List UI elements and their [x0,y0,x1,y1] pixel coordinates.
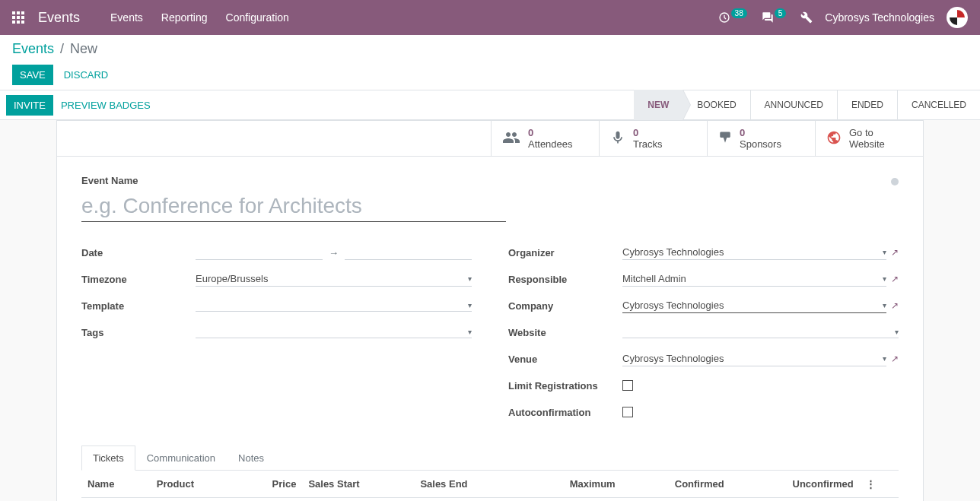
breadcrumb-root[interactable]: Events [12,41,54,57]
responsible-external-icon[interactable]: ↗ [891,274,899,284]
menu-reporting[interactable]: Reporting [161,11,208,24]
autoconf-checkbox[interactable] [622,407,633,417]
responsible-value: Mitchell Admin [622,273,686,284]
date-label: Date [81,247,196,258]
tracks-label: Tracks [633,138,663,150]
caret-down-icon: ▾ [468,301,472,309]
limit-label: Limit Registrations [508,380,622,392]
user-menu[interactable]: Cybrosys Technologies [825,11,934,24]
invite-button[interactable]: INVITE [6,95,53,116]
organizer-external-icon[interactable]: ↗ [891,247,899,258]
stat-attendees[interactable]: 0 Attendees [491,121,599,156]
autoconf-label: Autoconfirmation [508,407,622,418]
kanban-state-icon[interactable] [891,178,899,185]
statusbar: NEW BOOKED ANNOUNCED ENDED CANCELLED [634,90,980,120]
messages-icon[interactable]: 5 [762,11,789,24]
stat-sponsors[interactable]: 0 Sponsors [707,121,815,156]
tracks-icon [610,130,625,147]
attendees-icon [502,128,520,149]
col-maximum[interactable]: Maximum [519,471,621,498]
company-value: Cybrosys Technologies [622,300,724,311]
right-column: Organizer Cybrosys Technologies▾ ↗ Respo… [508,243,899,430]
date-start-input[interactable] [196,245,323,260]
tags-select[interactable]: ▾ [196,326,472,338]
status-announced[interactable]: ANNOUNCED [750,90,837,120]
globe-icon [826,130,842,147]
top-menu: Events Reporting Configuration [110,11,289,24]
col-sales-end[interactable]: Sales End [414,471,519,498]
col-sales-start[interactable]: Sales Start [302,471,414,498]
stat-website[interactable]: Go to Website [815,121,923,156]
caret-down-icon: ▾ [468,274,472,283]
col-unconfirmed[interactable]: Unconfirmed [730,471,860,498]
caret-down-icon: ▾ [883,248,886,256]
company-select[interactable]: Cybrosys Technologies▾ [622,298,886,313]
website-select[interactable]: ▾ [622,326,899,338]
organizer-select[interactable]: Cybrosys Technologies▾ [622,245,886,260]
debug-icon[interactable] [800,11,813,24]
limit-checkbox[interactable] [622,380,633,391]
left-column: Date → Timezone Europe/Brussels ▾ [81,243,472,430]
col-confirmed[interactable]: Confirmed [622,471,730,498]
timezone-label: Timezone [81,274,196,285]
col-price[interactable]: Price [238,471,302,498]
action-bar-left: INVITE PREVIEW BADGES [0,95,158,116]
navbar-right: 38 5 Cybrosys Technologies [718,7,968,28]
status-ended[interactable]: ENDED [837,90,897,120]
company-external-icon[interactable]: ↗ [891,300,899,311]
stat-tracks[interactable]: 0 Tracks [599,121,707,156]
col-name[interactable]: Name [81,471,151,498]
tabs: Tickets Communication Notes [81,445,899,471]
tabs-wrap: Tickets Communication Notes Name Product… [57,437,923,501]
control-bar: Events / New SAVE DISCARD [0,35,980,85]
venue-label: Venue [508,354,622,365]
activity-icon[interactable]: 38 [718,11,749,24]
venue-select[interactable]: Cybrosys Technologies▾ [622,351,886,366]
svg-rect-3 [12,16,15,19]
sheet-wrap: 0 Attendees 0 Tracks 0 Spons [0,120,980,501]
sponsors-count: 0 [740,127,781,138]
tab-communication[interactable]: Communication [135,446,227,471]
attendees-label: Attendees [528,138,573,150]
status-new[interactable]: NEW [634,90,682,120]
action-bar: INVITE PREVIEW BADGES NEW BOOKED ANNOUNC… [0,90,980,120]
responsible-select[interactable]: Mitchell Admin▾ [622,271,886,287]
arrow-right-icon: → [329,247,339,258]
apps-icon[interactable] [12,11,24,24]
menu-events[interactable]: Events [110,11,143,24]
save-button[interactable]: SAVE [12,65,53,85]
col-kebab[interactable]: ⋮ [860,471,899,498]
tab-tickets[interactable]: Tickets [81,446,135,471]
template-select[interactable]: ▾ [196,300,472,312]
fields-grid: Date → Timezone Europe/Brussels ▾ [81,243,899,430]
form-inner: Event Name Date → Timezone [57,157,923,437]
tab-notes[interactable]: Notes [227,446,275,471]
organizer-label: Organizer [508,247,622,258]
avatar[interactable] [947,7,968,28]
tracks-count: 0 [633,127,663,138]
menu-configuration[interactable]: Configuration [226,11,289,24]
website-label: Website [508,327,622,338]
event-name-input[interactable] [81,191,506,222]
template-label: Template [81,300,196,312]
sponsors-icon [718,131,732,147]
attendees-count: 0 [528,127,573,138]
caret-down-icon: ▾ [895,328,899,336]
company-label: Company [508,300,622,312]
website-line1: Go to [849,127,885,138]
breadcrumb-current: New [70,41,97,57]
col-product[interactable]: Product [151,471,238,498]
preview-badges-button[interactable]: PREVIEW BADGES [53,95,158,116]
svg-rect-7 [17,21,20,24]
discard-button[interactable]: DISCARD [56,65,116,85]
svg-rect-6 [12,21,15,24]
status-cancelled[interactable]: CANCELLED [897,90,980,120]
caret-down-icon: ▾ [883,301,886,309]
date-end-input[interactable] [345,245,472,260]
timezone-select[interactable]: Europe/Brussels ▾ [196,271,472,287]
venue-external-icon[interactable]: ↗ [891,354,899,364]
status-booked[interactable]: BOOKED [682,90,749,120]
messages-badge: 5 [775,8,787,18]
sponsors-label: Sponsors [740,138,781,150]
table-row: Add a line [81,498,899,502]
